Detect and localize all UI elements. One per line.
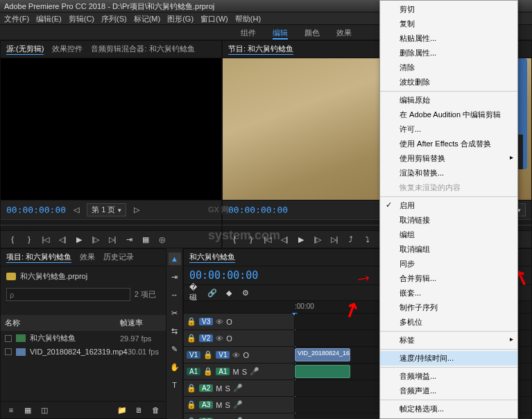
insert-icon[interactable]: ⇥: [123, 234, 135, 245]
slip-tool-icon[interactable]: ⇆: [169, 325, 181, 337]
list-view-icon[interactable]: ≡: [5, 404, 17, 416]
menu-window[interactable]: 窗口(W): [200, 14, 228, 23]
mute-button[interactable]: M: [216, 401, 222, 409]
context-menu-item[interactable]: 取消编组: [380, 242, 517, 257]
ripple-tool-icon[interactable]: ↔: [169, 289, 181, 301]
source-patch[interactable]: A1: [187, 368, 200, 375]
context-menu-item[interactable]: 粘贴属性...: [380, 31, 517, 46]
context-menu-item[interactable]: 删除属性...: [380, 46, 517, 60]
lock-icon[interactable]: 🔒: [203, 367, 213, 376]
menu-file[interactable]: 文件(F): [4, 14, 29, 23]
track-label[interactable]: V2: [199, 334, 213, 342]
track-label[interactable]: A3: [199, 401, 213, 409]
linked-selection-icon[interactable]: 🔗: [206, 287, 218, 298]
mark-out-icon[interactable]: }: [23, 234, 35, 245]
track-o[interactable]: O: [243, 351, 249, 359]
program-timecode[interactable]: 00:00:00:00: [228, 205, 288, 215]
context-menu-item[interactable]: 标签: [380, 333, 517, 348]
context-menu-item[interactable]: 剪切: [380, 2, 517, 17]
context-menu-item[interactable]: 添加帧定格: [380, 416, 517, 419]
lock-icon[interactable]: 🔒: [187, 400, 196, 409]
context-menu-item[interactable]: 取消链接: [380, 213, 517, 228]
tab-source[interactable]: 源:(无剪辑): [6, 44, 44, 55]
context-menu-item[interactable]: 使用剪辑替换: [380, 151, 517, 166]
context-menu-item[interactable]: 在 Adobe Audition 中编辑剪辑: [380, 108, 517, 122]
track-label[interactable]: V1: [216, 351, 230, 359]
context-menu-item[interactable]: 渲染和替换...: [380, 166, 517, 180]
icon-view-icon[interactable]: ▦: [22, 404, 34, 416]
context-menu-item[interactable]: 嵌套...: [380, 286, 517, 300]
context-menu-item[interactable]: 制作子序列: [380, 300, 517, 315]
solo-button[interactable]: S: [225, 401, 230, 409]
context-menu-item[interactable]: 速度/持续时间...: [380, 351, 517, 366]
hand-tool-icon[interactable]: ✋: [169, 361, 181, 373]
col-name[interactable]: 名称: [5, 318, 120, 328]
track-o[interactable]: O: [226, 318, 232, 326]
menu-sequence[interactable]: 序列(S): [101, 14, 127, 23]
export-frame-icon[interactable]: ◎: [156, 234, 169, 245]
eye-icon[interactable]: 👁: [216, 318, 223, 326]
workspace-tab[interactable]: 效果: [336, 28, 352, 40]
track-o[interactable]: O: [226, 334, 232, 343]
tab-program[interactable]: 节目: 和六舅钓鲶鱼: [228, 44, 293, 55]
context-menu-item[interactable]: 启用: [380, 198, 517, 213]
lock-icon[interactable]: 🔒: [187, 317, 196, 326]
snap-icon[interactable]: �磁: [189, 287, 202, 298]
source-monitor[interactable]: [1, 58, 221, 200]
razor-tool-icon[interactable]: ✂: [169, 307, 181, 319]
go-in-icon[interactable]: |◁: [40, 234, 52, 245]
settings-icon[interactable]: ⚙: [239, 287, 252, 298]
eye-icon[interactable]: 👁: [232, 351, 240, 359]
mark-out-icon[interactable]: }: [245, 234, 257, 245]
context-menu-item[interactable]: 波纹删除: [380, 75, 517, 89]
track-label[interactable]: V3: [199, 318, 213, 325]
lock-icon[interactable]: 🔒: [203, 350, 213, 359]
new-item-icon[interactable]: 🗎: [132, 404, 145, 416]
mic-icon[interactable]: 🎤: [233, 400, 243, 409]
new-bin-icon[interactable]: 📁: [116, 404, 128, 416]
workspace-tab[interactable]: 颜色: [304, 28, 320, 40]
prev-page-icon[interactable]: ◁: [70, 205, 83, 216]
freeform-view-icon[interactable]: ◫: [38, 404, 51, 416]
context-menu-item[interactable]: 使用 After Effects 合成替换: [380, 137, 517, 151]
mic-icon[interactable]: 🎤: [233, 384, 243, 393]
tab-effect-controls[interactable]: 效果控件: [52, 44, 83, 55]
overwrite-icon[interactable]: ▦: [139, 234, 152, 245]
mark-in-icon[interactable]: {: [6, 234, 19, 245]
menu-clip[interactable]: 剪辑(C): [69, 14, 94, 23]
audio-clip[interactable]: [295, 365, 350, 378]
step-fwd-icon[interactable]: |▷: [311, 234, 324, 245]
context-menu-item[interactable]: 音频声道...: [380, 384, 517, 398]
tab-effects[interactable]: 效果: [80, 252, 95, 263]
step-back-icon[interactable]: ◁|: [278, 234, 291, 245]
menu-marker[interactable]: 标记(M): [134, 14, 161, 23]
context-menu-item[interactable]: 帧定格选项...: [380, 402, 517, 416]
menu-graphics[interactable]: 图形(G): [167, 14, 194, 23]
timeline-timecode[interactable]: 00:00:00:00: [189, 269, 258, 282]
context-menu-item[interactable]: 音频增益...: [380, 369, 517, 384]
context-menu-item[interactable]: 清除: [380, 60, 517, 75]
track-select-tool-icon[interactable]: ⇥: [169, 271, 181, 283]
lift-icon[interactable]: ⤴: [345, 234, 357, 245]
lock-icon[interactable]: 🔒: [187, 334, 196, 343]
go-in-icon[interactable]: |◁: [261, 234, 274, 245]
page-dropdown[interactable]: 第 1 页: [87, 203, 126, 216]
lock-icon[interactable]: 🔒: [187, 384, 196, 393]
col-fps[interactable]: 帧速率: [120, 318, 162, 328]
go-out-icon[interactable]: ▷|: [328, 234, 341, 245]
step-back-icon[interactable]: ◁|: [56, 234, 69, 245]
tab-project[interactable]: 项目: 和六舅钓鲶鱼: [6, 252, 71, 263]
selection-tool-icon[interactable]: ▲: [169, 253, 181, 265]
menu-edit[interactable]: 编辑(E): [36, 14, 62, 23]
context-menu-item[interactable]: 编组: [380, 228, 517, 242]
marker-icon[interactable]: ◆: [223, 287, 235, 298]
type-tool-icon[interactable]: T: [169, 379, 181, 391]
solo-button[interactable]: S: [242, 368, 247, 376]
play-icon[interactable]: ▶: [295, 234, 307, 245]
project-row-clip[interactable]: VID_20180824_162319.mp4 30.01 fps: [1, 345, 166, 358]
mark-in-icon[interactable]: {: [228, 234, 241, 245]
mic-icon[interactable]: 🎤: [250, 367, 259, 376]
mute-button[interactable]: M: [232, 368, 239, 376]
tab-history[interactable]: 历史记录: [103, 252, 134, 263]
context-menu-item[interactable]: 许可...: [380, 122, 517, 137]
